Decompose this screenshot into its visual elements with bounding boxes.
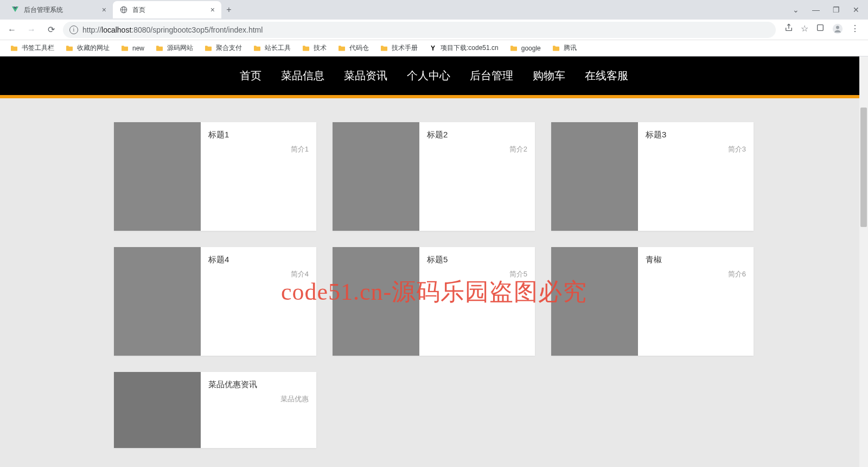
folder-icon	[380, 44, 388, 53]
url-text: http://localhost:8080/springbootc3op5/fr…	[82, 26, 263, 34]
folder-icon	[509, 44, 518, 53]
tab-title: 首页	[132, 5, 206, 15]
browser-tab-2[interactable]: 首页 ×	[113, 1, 221, 18]
star-icon[interactable]: ☆	[801, 23, 808, 36]
card-title: 标题2	[427, 130, 527, 140]
nav-link[interactable]: 菜品信息	[281, 68, 324, 83]
bookmark-item[interactable]: 站长工具	[248, 42, 295, 54]
nav-link[interactable]: 首页	[240, 68, 261, 83]
share-icon[interactable]	[784, 23, 793, 36]
bookmark-item[interactable]: 书签工具栏	[5, 42, 59, 54]
profile-icon[interactable]	[832, 23, 843, 36]
bookmark-item[interactable]: 聚合支付	[200, 42, 246, 54]
bookmark-item[interactable]: 源码网站	[151, 42, 197, 54]
card-title: 青椒	[646, 255, 746, 265]
folder-icon	[253, 44, 261, 53]
dish-card[interactable]: 青椒简介6	[551, 247, 754, 356]
svg-point-5	[836, 26, 839, 29]
folder-icon	[337, 44, 346, 53]
folder-icon	[155, 44, 164, 53]
page-content: 首页菜品信息菜品资讯个人中心后台管理购物车在线客服 标题1简介1标题2简介2标题…	[0, 56, 868, 467]
minimize-icon[interactable]: —	[812, 5, 820, 14]
browser-tab-1[interactable]: 后台管理系统 ×	[4, 1, 113, 18]
new-tab-button[interactable]: +	[221, 2, 237, 17]
card-desc: 简介2	[427, 144, 527, 154]
bookmark-item[interactable]: google	[505, 42, 545, 54]
bookmark-label: 站长工具	[265, 43, 291, 53]
dish-image	[114, 372, 201, 448]
folder-icon	[552, 44, 560, 53]
tab-strip: 后台管理系统 × 首页 × + ⌄ — ❐ ✕	[0, 0, 868, 20]
card-info: 标题3简介3	[638, 122, 754, 231]
scrollbar-track[interactable]	[859, 56, 868, 467]
card-title: 标题4	[208, 255, 309, 265]
dish-card[interactable]: 标题1简介1	[114, 122, 316, 231]
bookmark-label: 技术	[314, 43, 327, 53]
bookmark-label: 书签工具栏	[22, 43, 54, 53]
close-icon[interactable]: ×	[102, 5, 106, 14]
card-info: 青椒简介6	[638, 247, 754, 356]
forward-button[interactable]: →	[24, 22, 39, 37]
card-info: 标题5简介5	[419, 247, 535, 356]
folder-icon	[302, 44, 310, 53]
window-controls: ⌄ — ❐ ✕	[793, 5, 868, 14]
vue-favicon	[11, 5, 20, 14]
site-info-icon[interactable]: i	[69, 26, 78, 34]
news-card[interactable]: 菜品优惠资讯 菜品优惠	[114, 372, 316, 448]
dish-image	[114, 247, 201, 356]
menu-icon[interactable]: ⋮	[851, 23, 859, 36]
close-window-icon[interactable]: ✕	[853, 5, 859, 14]
card-desc: 菜品优惠	[208, 394, 309, 404]
dish-card[interactable]: 标题3简介3	[551, 122, 754, 231]
bookmark-item[interactable]: 腾讯	[547, 42, 581, 54]
folder-icon	[120, 44, 129, 53]
browser-chrome: 后台管理系统 × 首页 × + ⌄ — ❐ ✕ ← → ⟳ i http://l…	[0, 0, 868, 56]
scrollbar-thumb[interactable]	[860, 108, 867, 227]
dish-card[interactable]: 标题2简介2	[333, 122, 535, 231]
news-row: 菜品优惠资讯 菜品优惠	[114, 372, 754, 448]
card-info: 标题2简介2	[419, 122, 535, 231]
reload-button[interactable]: ⟳	[43, 22, 59, 37]
dish-card[interactable]: 标题5简介5	[333, 247, 535, 356]
nav-link[interactable]: 购物车	[533, 68, 565, 83]
content-area: 标题1简介1标题2简介2标题3简介3标题4简介4标题5简介5青椒简介6 菜品优惠…	[114, 98, 754, 448]
dish-grid: 标题1简介1标题2简介2标题3简介3标题4简介4标题5简介5青椒简介6	[114, 122, 754, 356]
svg-rect-3	[818, 24, 824, 30]
globe-favicon	[119, 5, 128, 14]
close-icon[interactable]: ×	[210, 5, 215, 14]
bookmark-item[interactable]: Y项目下载:code51.cn	[424, 42, 503, 54]
bookmark-label: 聚合支付	[216, 43, 242, 53]
bookmark-item[interactable]: 收藏的网址	[61, 42, 114, 54]
site-icon: Y	[429, 44, 437, 53]
nav-link[interactable]: 菜品资讯	[344, 68, 387, 83]
bookmark-label: 腾讯	[564, 43, 577, 53]
dish-image	[114, 122, 201, 231]
dish-image	[551, 122, 638, 231]
nav-link[interactable]: 后台管理	[470, 68, 513, 83]
card-title: 标题1	[208, 130, 309, 140]
chevron-down-icon[interactable]: ⌄	[793, 5, 799, 14]
extensions-icon[interactable]	[816, 23, 825, 36]
bookmark-label: 代码仓	[349, 43, 369, 53]
nav-link[interactable]: 在线客服	[585, 68, 628, 83]
bookmark-item[interactable]: 技术	[297, 42, 331, 54]
card-info: 标题4简介4	[201, 247, 316, 356]
dish-image	[333, 247, 419, 356]
bookmark-item[interactable]: 代码仓	[333, 42, 373, 54]
folder-icon	[65, 44, 74, 53]
card-desc: 简介1	[208, 144, 309, 154]
folder-icon	[204, 44, 213, 53]
card-desc: 简介5	[427, 269, 527, 279]
bookmark-item[interactable]: new	[116, 42, 149, 54]
card-desc: 简介6	[646, 269, 746, 279]
card-title: 标题5	[427, 255, 527, 265]
card-desc: 简介3	[646, 144, 746, 154]
bookmarks-bar: 书签工具栏收藏的网址new源码网站聚合支付站长工具技术代码仓技术手册Y项目下载:…	[0, 40, 868, 56]
bookmark-item[interactable]: 技术手册	[375, 42, 422, 54]
url-input[interactable]: i http://localhost:8080/springbootc3op5/…	[63, 22, 776, 38]
back-button[interactable]: ←	[4, 22, 20, 37]
folder-icon	[10, 44, 18, 53]
dish-card[interactable]: 标题4简介4	[114, 247, 316, 356]
nav-link[interactable]: 个人中心	[407, 68, 450, 83]
maximize-icon[interactable]: ❐	[833, 5, 840, 14]
